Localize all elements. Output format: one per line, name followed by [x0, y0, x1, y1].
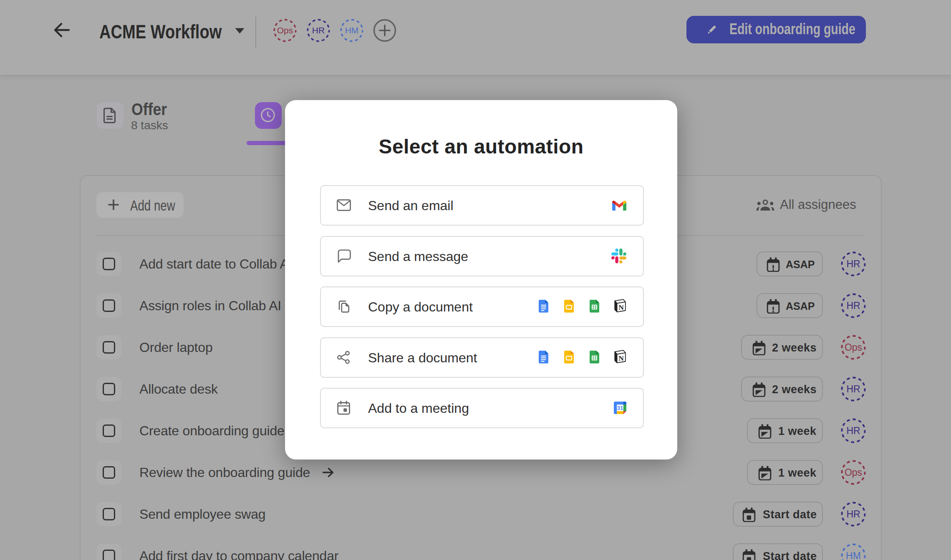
svg-text:31: 31: [617, 404, 623, 411]
svg-text:N: N: [618, 303, 624, 311]
svg-text:N: N: [618, 354, 624, 362]
